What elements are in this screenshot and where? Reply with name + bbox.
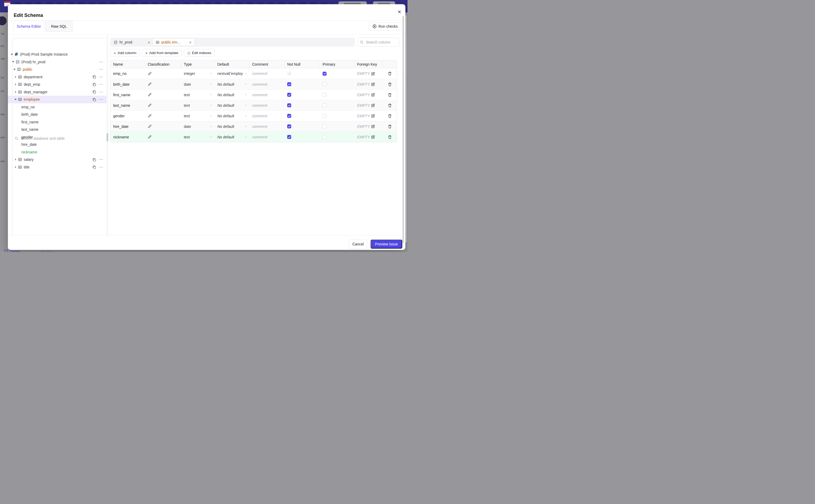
edit-classification-icon[interactable] xyxy=(148,135,152,139)
edit-classification-icon[interactable] xyxy=(148,72,152,76)
dialog-scrollbar[interactable] xyxy=(402,16,404,243)
column-name-cell[interactable]: first_name xyxy=(110,90,145,100)
foreign-key-cell[interactable]: EMPTY xyxy=(354,132,383,142)
duplicate-table-icon[interactable] xyxy=(92,75,96,79)
foreign-key-cell[interactable]: EMPTY xyxy=(354,111,383,121)
type-select[interactable]: date xyxy=(181,79,215,89)
delete-column-icon[interactable] xyxy=(388,135,392,139)
tree-column-first-name[interactable]: first_name xyxy=(8,118,107,126)
tree-item-table-dept-emp[interactable]: dept_emp ⋯ xyxy=(8,81,107,88)
delete-column-icon[interactable] xyxy=(388,103,392,108)
column-name-cell[interactable]: gender xyxy=(110,111,145,121)
add-column-button[interactable]: + Add column xyxy=(110,49,140,56)
tree-item-table-title[interactable]: title ⋯ xyxy=(8,163,107,171)
more-menu-icon[interactable]: ⋯ xyxy=(99,76,104,78)
tab-chip-hr-prod[interactable]: hr_prod × xyxy=(111,38,153,46)
edit-classification-icon[interactable] xyxy=(148,124,152,128)
default-select[interactable]: No default xyxy=(215,90,249,100)
primary-checkbox[interactable] xyxy=(322,124,326,128)
default-select[interactable]: nextval('employ xyxy=(215,68,249,79)
more-menu-icon[interactable]: ⋯ xyxy=(99,83,104,86)
edit-foreign-key-icon[interactable] xyxy=(371,124,375,128)
not-null-checkbox[interactable] xyxy=(287,72,291,76)
preview-issue-button[interactable]: Preview issue xyxy=(370,240,402,249)
comment-input[interactable]: comment xyxy=(249,121,284,132)
caret-right-icon[interactable] xyxy=(14,91,17,93)
delete-column-icon[interactable] xyxy=(388,114,392,118)
comment-input[interactable]: comment xyxy=(249,79,284,89)
edit-foreign-key-icon[interactable] xyxy=(371,82,375,86)
tree-column-last-name[interactable]: last_name xyxy=(8,126,107,133)
primary-checkbox[interactable] xyxy=(322,93,326,97)
tree-column-hire-date[interactable]: hire_date xyxy=(8,141,107,148)
add-from-template-button[interactable]: + Add from template xyxy=(142,49,182,56)
tab-schema-editor[interactable]: Schema Editor xyxy=(14,21,44,32)
tree-column-nickname[interactable]: nickname xyxy=(8,148,107,156)
column-name-cell[interactable]: birth_date xyxy=(110,79,145,89)
foreign-key-cell[interactable]: EMPTY xyxy=(354,68,383,79)
not-null-checkbox[interactable] xyxy=(287,114,291,118)
duplicate-table-icon[interactable] xyxy=(92,90,96,94)
primary-checkbox[interactable] xyxy=(322,72,326,76)
not-null-checkbox[interactable] xyxy=(287,82,291,86)
close-icon[interactable]: × xyxy=(398,8,401,16)
caret-right-icon[interactable] xyxy=(14,158,17,161)
delete-column-icon[interactable] xyxy=(388,93,392,97)
primary-checkbox[interactable] xyxy=(322,114,326,118)
run-checks-button[interactable]: Run checks xyxy=(369,22,401,30)
default-select[interactable]: No default xyxy=(215,100,249,110)
cancel-button[interactable]: Cancel xyxy=(349,240,367,249)
default-select[interactable]: No default xyxy=(215,132,249,142)
comment-input[interactable]: comment xyxy=(249,68,284,79)
default-select[interactable]: No default xyxy=(215,79,249,89)
edit-foreign-key-icon[interactable] xyxy=(371,103,375,107)
tree-item-database-hr-prod[interactable]: (Prod) hr_prod ⋯ xyxy=(8,58,107,66)
more-menu-icon[interactable]: ⋯ xyxy=(99,166,104,168)
column-name-cell[interactable]: emp_no xyxy=(110,68,145,79)
primary-checkbox[interactable] xyxy=(322,82,326,86)
caret-right-icon[interactable] xyxy=(14,166,17,168)
type-select[interactable]: text xyxy=(181,100,215,110)
not-null-checkbox[interactable] xyxy=(287,135,291,139)
edit-classification-icon[interactable] xyxy=(148,82,152,86)
caret-down-icon[interactable] xyxy=(14,99,17,100)
comment-input[interactable]: comment xyxy=(249,100,284,110)
close-tab-icon[interactable]: × xyxy=(148,40,150,45)
column-name-cell[interactable]: hire_date xyxy=(110,121,145,132)
primary-checkbox[interactable] xyxy=(322,103,326,107)
edit-foreign-key-icon[interactable] xyxy=(371,93,375,97)
foreign-key-cell[interactable]: EMPTY xyxy=(354,121,383,132)
tree-column-birth-date[interactable]: birth_date xyxy=(8,111,107,118)
more-menu-icon[interactable]: ⋯ xyxy=(99,91,104,93)
delete-column-icon[interactable] xyxy=(388,124,392,129)
caret-down-icon[interactable] xyxy=(11,54,13,55)
tree-item-table-department[interactable]: department ⋯ xyxy=(8,73,107,81)
primary-checkbox[interactable] xyxy=(322,135,326,139)
comment-input[interactable]: comment xyxy=(249,111,284,121)
duplicate-table-icon[interactable] xyxy=(92,165,96,169)
tree-column-gender[interactable]: gender xyxy=(8,133,107,141)
tab-chip-public-employee[interactable]: public.em... × xyxy=(153,38,194,46)
close-tab-icon[interactable]: × xyxy=(189,40,191,45)
edit-foreign-key-icon[interactable] xyxy=(371,72,375,76)
column-name-cell[interactable]: nickname xyxy=(110,132,145,142)
comment-input[interactable]: comment xyxy=(249,90,284,100)
edit-foreign-key-icon[interactable] xyxy=(371,135,375,139)
tree-item-table-dept-manager[interactable]: dept_manager ⋯ xyxy=(8,88,107,96)
tree-item-table-employee[interactable]: employee ⋯ xyxy=(8,96,107,103)
not-null-checkbox[interactable] xyxy=(287,103,291,107)
caret-down-icon[interactable] xyxy=(13,69,16,70)
tree-column-emp-no[interactable]: emp_no xyxy=(8,103,107,111)
delete-column-icon[interactable] xyxy=(388,82,392,86)
search-column-input[interactable] xyxy=(357,38,400,47)
edit-classification-icon[interactable] xyxy=(148,93,152,97)
foreign-key-cell[interactable]: EMPTY xyxy=(354,79,383,89)
delete-column-icon[interactable] xyxy=(388,71,392,76)
type-select[interactable]: text xyxy=(181,111,215,121)
duplicate-table-icon[interactable] xyxy=(92,158,96,162)
tree-item-instance[interactable]: (Prod) Prod Sample Instance xyxy=(8,51,107,58)
more-menu-icon[interactable]: ⋯ xyxy=(99,68,104,71)
tree-item-table-salary[interactable]: salary ⋯ xyxy=(8,156,107,163)
page-scrollbar[interactable] xyxy=(405,15,407,243)
caret-right-icon[interactable] xyxy=(14,83,17,85)
